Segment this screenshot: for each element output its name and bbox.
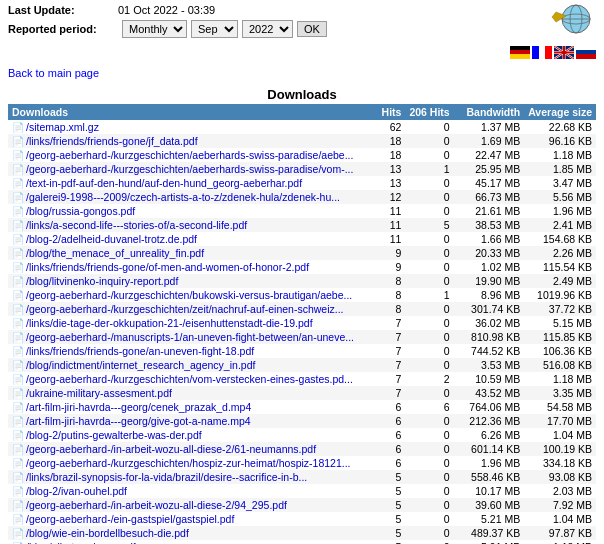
file-link[interactable]: /georg-aeberhard-/ein-gastspiel/gastspie… <box>26 513 234 525</box>
back-to-main-link[interactable]: Back to main page <box>8 67 99 79</box>
file-cell: 📄/blog/wie-ein-bordellbesuch-die.pdf <box>8 526 359 540</box>
file-link[interactable]: /blog-2/putins-gewalterbe-was-der.pdf <box>26 429 202 441</box>
ok-button[interactable]: OK <box>297 21 327 37</box>
period-type-select[interactable]: Monthly Daily Yearly <box>122 20 187 38</box>
file-cell: 📄/georg-aeberhard-/kurzgeschichten/hospi… <box>8 456 359 470</box>
206hits-cell: 0 <box>405 512 453 526</box>
bandwidth-cell: 38.53 MB <box>454 218 524 232</box>
hits-cell: 7 <box>359 316 406 330</box>
206hits-cell: 0 <box>405 120 453 134</box>
file-link[interactable]: /sitemap.xml.gz <box>26 121 99 133</box>
file-link[interactable]: /galerei9-1998---2009/czech-artists-a-to… <box>26 191 340 203</box>
file-link[interactable]: /text-in-pdf-auf-den-hund/auf-den-hund_g… <box>26 177 302 189</box>
svg-rect-5 <box>510 46 530 50</box>
206hits-cell: 0 <box>405 232 453 246</box>
svg-rect-7 <box>510 54 530 59</box>
file-link[interactable]: /blog/litvinenko-inquiry-report.pdf <box>26 275 178 287</box>
file-link[interactable]: /blog-2/adelheid-duvanel-trotz.de.pdf <box>26 233 197 245</box>
file-link[interactable]: /georg-aeberhard-/kurzgeschichten/zeit/n… <box>26 303 344 315</box>
file-link[interactable]: /art-film-jiri-havrda---georg/give-got-a… <box>26 415 251 427</box>
bandwidth-cell: 45.17 MB <box>454 176 524 190</box>
bandwidth-cell: 20.33 MB <box>454 246 524 260</box>
avgsize-cell: 154.68 KB <box>524 232 596 246</box>
avgsize-cell: 22.68 KB <box>524 120 596 134</box>
file-link[interactable]: /art-film-jiri-havrda---georg/cenek_praz… <box>26 401 251 413</box>
206hits-cell: 0 <box>405 344 453 358</box>
pdf-icon: 📄 <box>12 136 24 147</box>
pdf-icon: 📄 <box>12 122 24 133</box>
206hits-cell: 0 <box>405 316 453 330</box>
table-row: 📄/links/friends/friends-gone/jf_data.pdf… <box>8 134 596 148</box>
hits-cell: 5 <box>359 484 406 498</box>
206hits-cell: 0 <box>405 260 453 274</box>
206hits-cell: 1 <box>405 162 453 176</box>
file-link[interactable]: /links/friends/friends-gone/of-men-and-w… <box>26 261 309 273</box>
svg-rect-21 <box>576 50 596 54</box>
hits-cell: 8 <box>359 274 406 288</box>
file-link[interactable]: /blog/indictment/internet_research_agenc… <box>26 359 255 371</box>
table-row: 📄/georg-aeberhard-/in-arbeit-wozu-all-di… <box>8 498 596 512</box>
file-link[interactable]: /blog-2/ivan-ouhel.pdf <box>26 485 127 497</box>
top-header: Last Update: 01 Oct 2022 - 03:39 Reporte… <box>0 0 604 63</box>
hits-cell: 5 <box>359 470 406 484</box>
avgsize-cell: 1.18 MB <box>524 148 596 162</box>
file-link[interactable]: /ukraine-military-assesment.pdf <box>26 387 172 399</box>
avgsize-cell: 54.58 MB <box>524 400 596 414</box>
file-cell: 📄/text-in-pdf-auf-den-hund/auf-den-hund_… <box>8 176 359 190</box>
period-year-select[interactable]: 202020212022 <box>242 20 293 38</box>
pdf-icon: 📄 <box>12 430 24 441</box>
hits-cell: 6 <box>359 414 406 428</box>
file-link[interactable]: /georg-aeberhard-/in-arbeit-wozu-all-die… <box>26 443 316 455</box>
downloads-table: Downloads Hits 206 Hits Bandwidth Averag… <box>8 104 596 544</box>
pdf-icon: 📄 <box>12 360 24 371</box>
pdf-icon: 📄 <box>12 528 24 539</box>
avgsize-cell: 17.70 MB <box>524 414 596 428</box>
period-month-select[interactable]: JanFebMar AprMayJun JulAugSep OctNovDec <box>191 20 238 38</box>
file-cell: 📄/links/friends/friends-gone/an-uneven-f… <box>8 344 359 358</box>
file-link[interactable]: /links/brazil-synopsis-for-la-vida/brazi… <box>26 471 307 483</box>
bandwidth-cell: 212.36 MB <box>454 414 524 428</box>
file-link[interactable]: /georg-aeberhard-/kurzgeschichten/hospiz… <box>26 457 351 469</box>
file-link[interactable]: /georg-aeberhard-/in-arbeit-wozu-all-die… <box>26 499 287 511</box>
pdf-icon: 📄 <box>12 444 24 455</box>
file-link[interactable]: /georg-aeberhard-/kurzgeschichten/bukows… <box>26 289 352 301</box>
file-link[interactable]: /blog/wie-ein-bordellbesuch-die.pdf <box>26 527 189 539</box>
avgsize-cell: 516.08 KB <box>524 358 596 372</box>
file-link[interactable]: /links/die-tage-der-okkupation-21-/eisen… <box>26 317 313 329</box>
pdf-icon: 📄 <box>12 220 24 231</box>
table-row: 📄/georg-aeberhard-/kurzgeschichten/aeber… <box>8 148 596 162</box>
206hits-cell: 5 <box>405 218 453 232</box>
col-header-downloads: Downloads <box>8 104 359 120</box>
file-link[interactable]: /georg-aeberhard-/kurzgeschichten/aeberh… <box>26 163 353 175</box>
table-row: 📄/georg-aeberhard-/in-arbeit-wozu-all-di… <box>8 442 596 456</box>
file-link[interactable]: /links/friends/friends-gone/jf_data.pdf <box>26 135 198 147</box>
flag-fr <box>532 46 552 59</box>
bandwidth-cell: 301.74 KB <box>454 302 524 316</box>
206hits-cell: 0 <box>405 190 453 204</box>
table-row: 📄/text-in-pdf-auf-den-hund/auf-den-hund_… <box>8 176 596 190</box>
reported-period-row: Reported period: Monthly Daily Yearly Ja… <box>8 20 510 38</box>
pdf-icon: 📄 <box>12 388 24 399</box>
file-link[interactable]: /blog/russia-gongos.pdf <box>26 205 135 217</box>
bandwidth-cell: 19.90 MB <box>454 274 524 288</box>
avgsize-cell: 1.18 MB <box>524 372 596 386</box>
bandwidth-cell: 764.06 MB <box>454 400 524 414</box>
206hits-cell: 0 <box>405 148 453 162</box>
pdf-icon: 📄 <box>12 472 24 483</box>
globe-logo <box>546 4 596 44</box>
file-link[interactable]: /georg-aeberhard-/manuscripts-1/an-uneve… <box>26 331 354 343</box>
file-link[interactable]: /links/friends/friends-gone/an-uneven-fi… <box>26 345 254 357</box>
file-link[interactable]: /blog/the_menace_of_unreality_fin.pdf <box>26 247 204 259</box>
file-link[interactable]: /georg-aeberhard-/kurzgeschichten/vom-ve… <box>26 373 353 385</box>
206hits-cell: 0 <box>405 134 453 148</box>
hits-cell: 62 <box>359 120 406 134</box>
avgsize-cell: 5.56 MB <box>524 190 596 204</box>
hits-cell: 7 <box>359 344 406 358</box>
file-link[interactable]: /georg-aeberhard-/kurzgeschichten/aeberh… <box>26 149 353 161</box>
svg-rect-20 <box>576 46 596 50</box>
pdf-icon: 📄 <box>12 304 24 315</box>
col-header-avgsize: Average size <box>524 104 596 120</box>
file-link[interactable]: /links/a-second-life---stories-of/a-seco… <box>26 219 247 231</box>
avgsize-cell: 97.87 KB <box>524 526 596 540</box>
back-link-container: Back to main page <box>0 63 604 83</box>
